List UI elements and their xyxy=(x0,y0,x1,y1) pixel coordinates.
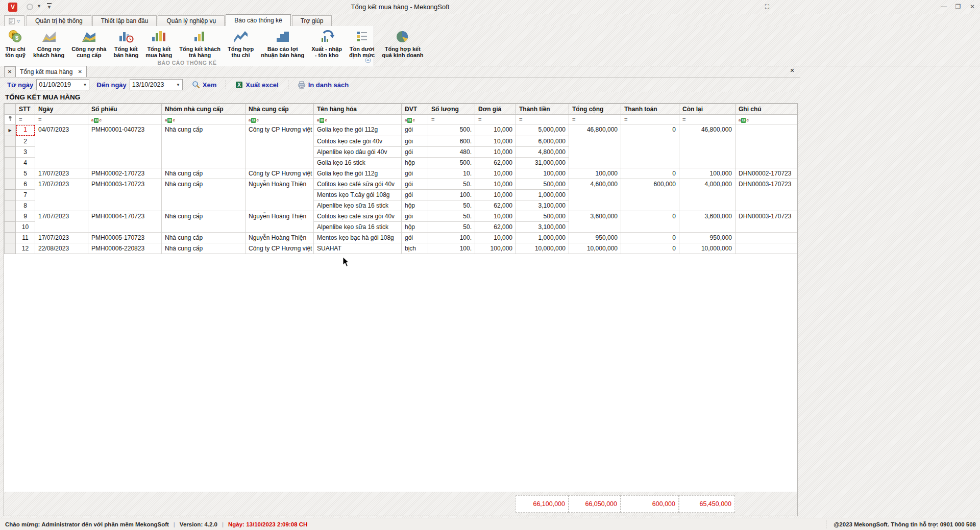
cell-note[interactable] xyxy=(736,243,797,254)
cell-amount[interactable]: 500,000 xyxy=(516,179,569,190)
ribbon-item-arrow-bars[interactable]: Xuất - nhập- tồn kho xyxy=(308,27,346,58)
cell-quantity[interactable]: 500. xyxy=(428,158,475,168)
cell-supplier[interactable]: Công ty CP Hương việt xyxy=(246,168,314,179)
cell-price[interactable]: 10,000 xyxy=(475,211,516,222)
cell-amount[interactable]: 31,000,000 xyxy=(516,158,569,168)
cell-price[interactable]: 10,000 xyxy=(475,233,516,243)
ribbon-tab-1[interactable]: Thiết lập ban đầu xyxy=(92,15,157,26)
export-excel-button[interactable]: X Xuất excel xyxy=(235,81,278,89)
cell-unit[interactable]: gói xyxy=(402,211,428,222)
cell-price[interactable]: 10,000 xyxy=(475,136,516,147)
cell-product[interactable]: Cofitos kẹo café sữa gói 40v xyxy=(314,179,402,190)
filter-cell[interactable]: = xyxy=(16,115,35,124)
view-button[interactable]: Xem xyxy=(192,81,216,89)
cell-amount[interactable]: 10,000,000 xyxy=(516,243,569,254)
filter-cell[interactable]: = xyxy=(35,115,88,124)
cell-doc-number[interactable]: PMH00003-170723 xyxy=(88,179,162,211)
chevron-down-icon[interactable]: ▼ xyxy=(83,83,87,87)
filter-cell[interactable]: = xyxy=(428,115,475,124)
column-header[interactable]: Ghi chú xyxy=(736,104,797,115)
cell-unit[interactable]: gói xyxy=(402,168,428,179)
filter-cell[interactable]: aBc xyxy=(402,115,428,124)
column-header[interactable]: Đơn giá xyxy=(475,104,516,115)
column-header[interactable]: Tên hàng hóa xyxy=(314,104,402,115)
cell-product[interactable]: Cofitos kẹo cafe gói 40v xyxy=(314,136,402,147)
cell-quantity[interactable]: 10. xyxy=(428,168,475,179)
cell-product[interactable]: Mentos kẹo bạc hà gói 108g xyxy=(314,233,402,243)
cell-stt[interactable]: 8 xyxy=(16,200,35,211)
close-button[interactable]: ✕ xyxy=(967,3,978,10)
cell-product[interactable]: Golia kẹo 16 stick xyxy=(314,158,402,168)
cell-doc-number[interactable]: PMH00001-040723 xyxy=(88,124,162,168)
ribbon-item-steps[interactable]: Báo cáo lợinhuận bán hàng xyxy=(257,27,308,58)
cell-amount[interactable]: 5,000,000 xyxy=(516,124,569,136)
cell-date[interactable]: 17/07/2023 xyxy=(35,233,88,243)
cell-stt[interactable]: 11 xyxy=(16,233,35,243)
column-header[interactable]: Còn lại xyxy=(679,104,736,115)
cell-supplier[interactable]: Nguyễn Hoàng Thiện xyxy=(246,211,314,233)
column-header[interactable]: Nhóm nhà cung cấp xyxy=(162,104,246,115)
cell-date[interactable]: 17/07/2023 xyxy=(35,211,88,233)
cell-unit[interactable]: gói xyxy=(402,136,428,147)
cell-paid[interactable]: 600,000 xyxy=(621,179,679,211)
column-header[interactable]: Số lượng xyxy=(428,104,475,115)
to-date-input[interactable]: 13/10/2023 ▼ xyxy=(130,79,183,90)
column-header[interactable]: ĐVT xyxy=(402,104,428,115)
cell-quantity[interactable]: 100. xyxy=(428,233,475,243)
ribbon-collapse-icon[interactable] xyxy=(365,56,371,65)
cell-price[interactable]: 100,000 xyxy=(475,243,516,254)
cell-remaining[interactable]: 4,000,000 xyxy=(679,179,736,211)
filter-cell[interactable]: aBc xyxy=(314,115,402,124)
cell-quantity[interactable]: 50. xyxy=(428,179,475,190)
cell-product[interactable]: Alpenlibe kẹo sữa 16 stick xyxy=(314,200,402,211)
cell-supplier[interactable]: Nguyễn Hoàng Thiện xyxy=(246,233,314,243)
cell-quantity[interactable]: 500. xyxy=(428,124,475,136)
cell-note[interactable] xyxy=(736,124,797,168)
filter-cell[interactable]: = xyxy=(569,115,621,124)
close-tab-button[interactable]: ✕ xyxy=(4,66,15,77)
cell-doc-number[interactable]: PMH00002-170723 xyxy=(88,168,162,179)
cell-paid[interactable]: 0 xyxy=(621,233,679,243)
ribbon-tab-4[interactable]: Trợ giúp xyxy=(292,15,332,26)
cell-note[interactable]: DHN00003-170723 xyxy=(736,211,797,233)
cell-total[interactable]: 46,800,000 xyxy=(569,124,621,168)
cell-stt[interactable]: 12 xyxy=(16,243,35,254)
filter-cell[interactable]: aBc xyxy=(88,115,162,124)
cell-unit[interactable]: gói xyxy=(402,190,428,200)
cell-supplier[interactable]: Nguyễn Hoàng Thiện xyxy=(246,179,314,211)
cell-stt[interactable]: 4 xyxy=(16,158,35,168)
cell-quantity[interactable]: 100. xyxy=(428,243,475,254)
cell-unit[interactable]: hộp xyxy=(402,200,428,211)
ribbon-item-area-blue[interactable]: Công nợ nhàcung cấp xyxy=(68,27,110,58)
column-header[interactable]: Nhà cung cấp xyxy=(246,104,314,115)
cell-doc-number[interactable]: PMH00005-170723 xyxy=(88,233,162,243)
column-header[interactable]: Thành tiền xyxy=(516,104,569,115)
cell-paid[interactable]: 0 xyxy=(621,124,679,168)
cell-product[interactable]: Golia kẹo the gói 112g xyxy=(314,124,402,136)
cell-doc-number[interactable]: PMH00006-220823 xyxy=(88,243,162,254)
cell-stt[interactable]: 7 xyxy=(16,190,35,200)
column-header[interactable]: STT xyxy=(16,104,35,115)
filter-cell[interactable]: = xyxy=(475,115,516,124)
ribbon-item-area-gray[interactable]: Công nợkhách hàng xyxy=(30,27,68,58)
cell-unit[interactable]: hộp xyxy=(402,158,428,168)
cell-total[interactable]: 100,000 xyxy=(569,168,621,179)
cell-note[interactable] xyxy=(736,233,797,243)
cell-date[interactable]: 22/08/2023 xyxy=(35,243,88,254)
cell-quantity[interactable]: 480. xyxy=(428,147,475,158)
cell-price[interactable]: 10,000 xyxy=(475,124,516,136)
filter-cell[interactable]: aBc xyxy=(246,115,314,124)
cell-price[interactable]: 10,000 xyxy=(475,168,516,179)
cell-amount[interactable]: 3,100,000 xyxy=(516,222,569,233)
ribbon-item-coins[interactable]: €$Thu chitồn quỹ xyxy=(1,27,30,58)
cell-product[interactable]: Cofitos kẹo café sữa gói 40v xyxy=(314,211,402,222)
cell-note[interactable]: DHN00003-170723 xyxy=(736,179,797,211)
filter-cell[interactable]: aBc xyxy=(162,115,246,124)
chevron-down-icon[interactable]: ▼ xyxy=(176,83,180,87)
cell-date[interactable]: 04/07/2023 xyxy=(35,124,88,168)
ribbon-item-bars-color[interactable]: Tổng kếtmua hàng xyxy=(142,27,176,58)
cell-product[interactable]: Mentos kẹo T.cây gói 108g xyxy=(314,190,402,200)
cell-stt[interactable]: 5 xyxy=(16,168,35,179)
ribbon-tab-0[interactable]: Quản trị hệ thống xyxy=(27,15,91,26)
restore-button[interactable]: ❐ xyxy=(952,3,964,10)
